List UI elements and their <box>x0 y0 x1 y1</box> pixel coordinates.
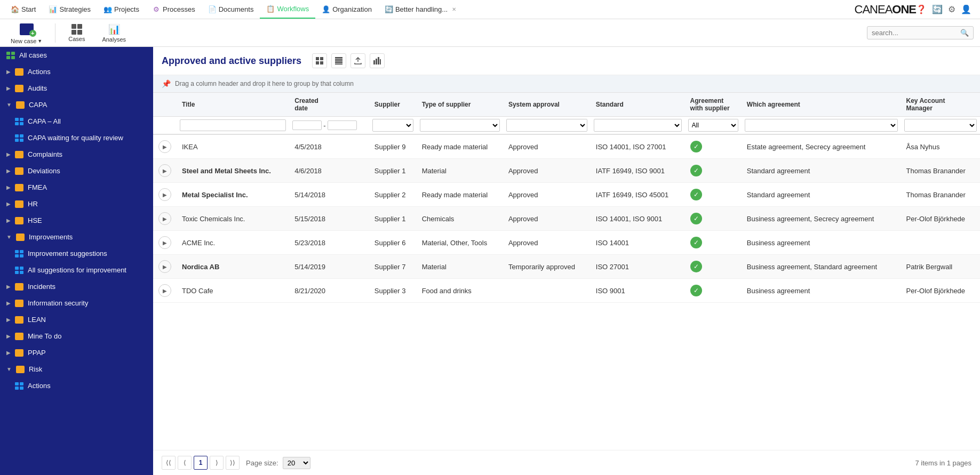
row-expand-button[interactable]: ▶ <box>158 212 171 225</box>
sidebar-item-complaints[interactable]: ▶ Complaints <box>0 146 153 163</box>
page-last-button[interactable]: ⟩⟩ <box>226 456 240 470</box>
row-agreement: ✓ <box>685 134 742 159</box>
filter-key-account-select[interactable] <box>904 119 977 132</box>
user-avatar[interactable]: 👤 <box>961 4 971 14</box>
chart-icon <box>373 57 381 65</box>
row-which-agreement: Business agreement, Secrecy agreement <box>742 207 901 231</box>
view-table-button[interactable] <box>331 53 346 68</box>
row-type: Material, Other, Tools <box>417 231 503 255</box>
search-input[interactable] <box>872 29 960 37</box>
main-layout: All cases ▶ Actions ▶ Audits ▼ CAPA CAPA… <box>0 47 980 475</box>
content-header: Approved and active suppliers <box>153 47 980 75</box>
filter-type-cell[interactable] <box>417 117 503 135</box>
table-filter-row: - <box>153 117 980 135</box>
page-1-button[interactable]: 1 <box>194 456 208 470</box>
refresh-icon[interactable]: 🔄 <box>932 4 943 14</box>
row-expand-button[interactable]: ▶ <box>158 188 171 201</box>
row-expand-cell: ▶ <box>153 159 177 183</box>
deviations-arrow-icon: ▶ <box>6 168 11 174</box>
page-next-button[interactable]: ⟩ <box>210 456 224 470</box>
sidebar-item-all-suggestions[interactable]: All suggestions for improvement <box>0 262 153 278</box>
page-size-select[interactable]: 20 50 100 <box>283 457 310 469</box>
sidebar-item-deviations[interactable]: ▶ Deviations <box>0 163 153 179</box>
filter-supplier-select[interactable] <box>372 119 413 132</box>
export-button[interactable] <box>350 53 365 68</box>
sidebar-item-all-cases[interactable]: All cases <box>0 47 153 63</box>
filter-type-select[interactable] <box>420 119 500 132</box>
cases-button[interactable]: Cases <box>64 22 89 44</box>
sidebar-item-actions[interactable]: ▶ Actions <box>0 63 153 80</box>
sidebar-item-information-security[interactable]: ▶ Information security <box>0 295 153 311</box>
filter-expand-cell <box>153 117 177 135</box>
row-expand-button[interactable]: ▶ <box>158 284 171 297</box>
sidebar-item-hse[interactable]: ▶ HSE <box>0 212 153 229</box>
filter-key-account-cell[interactable] <box>901 117 980 135</box>
sidebar-lean-label: LEAN <box>28 316 46 324</box>
sidebar-item-capa[interactable]: ▼ CAPA <box>0 96 153 113</box>
nav-organization[interactable]: 👤 Organization <box>315 0 378 19</box>
search-box[interactable]: 🔍 <box>867 26 974 39</box>
nav-workflows[interactable]: 📋 Workflows <box>260 0 315 19</box>
chart-button[interactable] <box>370 53 385 68</box>
nav-better-handling[interactable]: 🔄 Better handling... ✕ <box>378 0 463 19</box>
agreement-check-icon: ✓ <box>690 165 702 176</box>
nav-start[interactable]: 🏠 Start <box>4 0 42 19</box>
export-icon <box>354 57 362 65</box>
row-expand-button[interactable]: ▶ <box>158 260 171 273</box>
analyses-button[interactable]: 📊 Analyses <box>98 21 130 45</box>
filter-which-agreement-select[interactable] <box>745 119 898 132</box>
new-case-button[interactable]: + New case ▼ <box>6 20 46 46</box>
row-standard: ISO 9001 <box>591 279 685 303</box>
nav-documents[interactable]: 📄 Documents <box>202 0 260 19</box>
information-security-arrow-icon: ▶ <box>6 300 11 306</box>
row-approval: Approved <box>503 183 591 207</box>
filter-title-cell[interactable] <box>177 117 289 135</box>
filter-supplier-cell[interactable] <box>369 117 417 135</box>
close-tab-icon[interactable]: ✕ <box>452 6 456 12</box>
sidebar-item-lean[interactable]: ▶ LEAN <box>0 311 153 328</box>
sidebar-item-risk-actions[interactable]: Actions <box>0 377 153 394</box>
filter-which-agreement-cell[interactable] <box>742 117 901 135</box>
sidebar-item-incidents[interactable]: ▶ Incidents <box>0 278 153 295</box>
nav-strategies[interactable]: 📊 Strategies <box>42 0 97 19</box>
row-expand-button[interactable]: ▶ <box>158 140 171 153</box>
nav-processes[interactable]: ⚙ Processes <box>146 0 202 19</box>
sidebar-item-ppap[interactable]: ▶ PPAP <box>0 344 153 361</box>
pin-icon[interactable]: 📌 <box>162 79 171 88</box>
sidebar-item-improvement-suggestions[interactable]: Improvement suggestions <box>0 245 153 262</box>
audits-arrow-icon: ▶ <box>6 85 11 91</box>
sidebar-item-mine-to-do[interactable]: ▶ Mine To do <box>0 328 153 344</box>
sidebar-item-fmea[interactable]: ▶ FMEA <box>0 179 153 196</box>
case-stack: + <box>20 23 34 35</box>
filter-approval-cell[interactable] <box>503 117 591 135</box>
sidebar-item-capa-waiting[interactable]: CAPA waiting for quality review <box>0 130 153 146</box>
filter-agreement-cell[interactable]: All <box>685 117 742 135</box>
sidebar-improvement-suggestions-label: Improvement suggestions <box>28 249 107 257</box>
row-expand-button[interactable]: ▶ <box>158 164 171 177</box>
filter-approval-select[interactable] <box>506 119 587 132</box>
view-cards-button[interactable] <box>312 53 327 68</box>
page-first-button[interactable]: ⟨⟨ <box>162 456 176 470</box>
capa-folder-icon <box>16 101 25 109</box>
mine-to-do-arrow-icon: ▶ <box>6 333 11 339</box>
filter-standard-select[interactable] <box>594 119 682 132</box>
date-from-input[interactable] <box>292 120 322 130</box>
nav-projects[interactable]: 👥 Projects <box>97 0 146 19</box>
sidebar-item-audits[interactable]: ▶ Audits <box>0 80 153 96</box>
page-prev-button[interactable]: ⟨ <box>178 456 192 470</box>
filter-date-cell[interactable]: - <box>289 117 369 135</box>
row-key-account: Per-Olof Björkhede <box>901 207 980 231</box>
settings-icon[interactable]: ⚙ <box>948 4 955 14</box>
page-size-label: Page size: <box>246 459 278 467</box>
sidebar-item-capa-all[interactable]: CAPA – All <box>0 113 153 130</box>
sidebar-item-hr[interactable]: ▶ HR <box>0 196 153 212</box>
date-to-input[interactable] <box>328 120 357 130</box>
row-standard: ISO 14001 <box>591 231 685 255</box>
filter-standard-cell[interactable] <box>591 117 685 135</box>
filter-agreement-select[interactable]: All <box>688 119 738 132</box>
filter-title-input[interactable] <box>180 119 286 131</box>
sidebar-item-risk[interactable]: ▼ Risk <box>0 361 153 377</box>
sidebar-item-improvements[interactable]: ▼ Improvements <box>0 229 153 245</box>
help-icon[interactable]: ❓ <box>916 4 927 14</box>
row-expand-button[interactable]: ▶ <box>158 236 171 249</box>
